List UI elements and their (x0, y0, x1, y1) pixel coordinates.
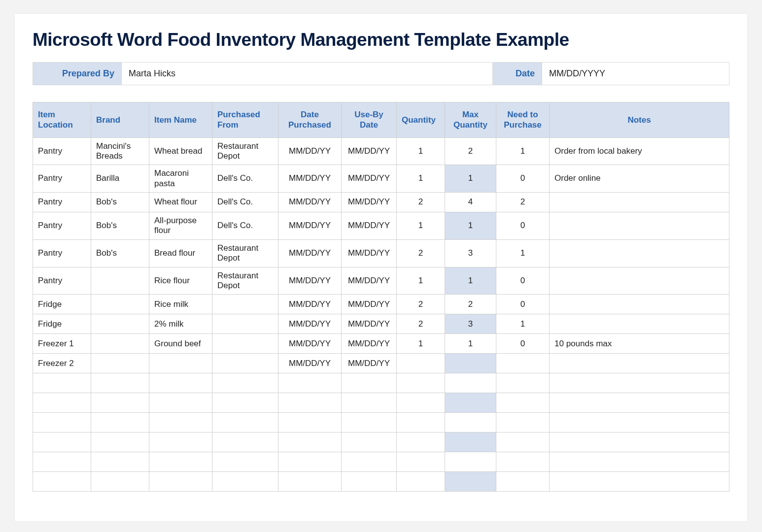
cell-quantity[interactable] (397, 373, 445, 393)
cell-date-purchased[interactable]: MM/DD/YY (278, 193, 342, 212)
cell-notes[interactable] (550, 373, 729, 393)
cell-location[interactable]: Freezer 1 (33, 334, 91, 354)
cell-use-by[interactable]: MM/DD/YY (342, 267, 397, 295)
cell-item[interactable]: Ground beef (149, 334, 212, 354)
cell-vendor[interactable] (212, 452, 278, 472)
cell-location[interactable] (33, 373, 91, 393)
cell-vendor[interactable]: Restaurant Depot (212, 267, 278, 295)
cell-max[interactable]: 1 (445, 267, 496, 295)
cell-need[interactable]: 1 (496, 239, 550, 267)
cell-location[interactable]: Pantry (33, 193, 91, 212)
cell-quantity[interactable]: 2 (397, 193, 445, 212)
cell-notes[interactable] (550, 295, 729, 314)
cell-brand[interactable] (91, 295, 149, 314)
cell-location[interactable]: Fridge (33, 295, 91, 314)
cell-notes[interactable]: Order online (550, 165, 729, 193)
cell-brand[interactable] (91, 413, 149, 432)
cell-quantity[interactable] (397, 354, 445, 373)
cell-vendor[interactable] (212, 393, 278, 413)
cell-vendor[interactable]: Restaurant Depot (212, 137, 278, 165)
cell-date-purchased[interactable]: MM/DD/YY (278, 295, 342, 314)
cell-item[interactable] (149, 373, 212, 393)
cell-need[interactable]: 0 (496, 212, 550, 240)
cell-vendor[interactable] (212, 295, 278, 314)
cell-max[interactable]: 1 (445, 212, 496, 240)
date-value[interactable]: MM/DD/YYYY (542, 63, 729, 85)
cell-need[interactable]: 0 (496, 165, 550, 193)
cell-notes[interactable] (550, 432, 729, 452)
cell-date-purchased[interactable] (278, 393, 342, 413)
cell-brand[interactable] (91, 354, 149, 373)
cell-quantity[interactable] (397, 452, 445, 472)
cell-location[interactable]: Pantry (33, 267, 91, 295)
cell-need[interactable] (496, 472, 550, 492)
cell-quantity[interactable]: 1 (397, 165, 445, 193)
cell-use-by[interactable] (342, 413, 397, 432)
cell-item[interactable] (149, 413, 212, 432)
cell-brand[interactable]: Barilla (91, 165, 149, 193)
cell-location[interactable] (33, 432, 91, 452)
cell-quantity[interactable] (397, 413, 445, 432)
cell-item[interactable] (149, 452, 212, 472)
cell-use-by[interactable] (342, 393, 397, 413)
cell-quantity[interactable] (397, 393, 445, 413)
cell-item[interactable]: Macaroni pasta (149, 165, 212, 193)
cell-item[interactable]: Bread flour (149, 239, 212, 267)
cell-use-by[interactable] (342, 432, 397, 452)
cell-item[interactable]: 2% milk (149, 314, 212, 334)
cell-notes[interactable] (550, 212, 729, 240)
cell-need[interactable] (496, 354, 550, 373)
cell-notes[interactable]: 10 pounds max (550, 334, 729, 354)
cell-notes[interactable] (550, 452, 729, 472)
cell-brand[interactable] (91, 314, 149, 334)
cell-quantity[interactable] (397, 432, 445, 452)
cell-use-by[interactable] (342, 452, 397, 472)
cell-location[interactable]: Pantry (33, 239, 91, 267)
cell-date-purchased[interactable]: MM/DD/YY (278, 314, 342, 334)
cell-brand[interactable] (91, 334, 149, 354)
cell-notes[interactable] (550, 193, 729, 212)
cell-need[interactable] (496, 393, 550, 413)
cell-max[interactable]: 4 (445, 193, 496, 212)
cell-use-by[interactable]: MM/DD/YY (342, 193, 397, 212)
cell-item[interactable] (149, 432, 212, 452)
cell-brand[interactable] (91, 432, 149, 452)
cell-item[interactable]: Rice flour (149, 267, 212, 295)
cell-max[interactable]: 3 (445, 314, 496, 334)
cell-max[interactable] (445, 373, 496, 393)
cell-max[interactable] (445, 452, 496, 472)
cell-need[interactable] (496, 432, 550, 452)
cell-notes[interactable] (550, 472, 729, 492)
prepared-by-value[interactable]: Marta Hicks (122, 63, 493, 85)
cell-need[interactable] (496, 373, 550, 393)
cell-quantity[interactable] (397, 472, 445, 492)
cell-date-purchased[interactable] (278, 373, 342, 393)
cell-notes[interactable]: Order from local bakery (550, 137, 729, 165)
cell-location[interactable]: Freezer 2 (33, 354, 91, 373)
cell-use-by[interactable]: MM/DD/YY (342, 295, 397, 314)
cell-location[interactable]: Fridge (33, 314, 91, 334)
cell-location[interactable] (33, 472, 91, 492)
cell-max[interactable] (445, 354, 496, 373)
cell-quantity[interactable]: 2 (397, 314, 445, 334)
cell-item[interactable] (149, 393, 212, 413)
cell-location[interactable]: Pantry (33, 137, 91, 165)
cell-date-purchased[interactable] (278, 413, 342, 432)
cell-notes[interactable] (550, 314, 729, 334)
cell-quantity[interactable]: 2 (397, 295, 445, 314)
cell-quantity[interactable]: 1 (397, 137, 445, 165)
cell-notes[interactable] (550, 267, 729, 295)
cell-notes[interactable] (550, 393, 729, 413)
cell-quantity[interactable]: 1 (397, 267, 445, 295)
cell-need[interactable]: 1 (496, 314, 550, 334)
cell-use-by[interactable]: MM/DD/YY (342, 354, 397, 373)
cell-use-by[interactable] (342, 373, 397, 393)
cell-date-purchased[interactable] (278, 472, 342, 492)
cell-vendor[interactable] (212, 314, 278, 334)
cell-use-by[interactable] (342, 472, 397, 492)
cell-need[interactable]: 0 (496, 267, 550, 295)
cell-item[interactable]: Wheat bread (149, 137, 212, 165)
cell-item[interactable]: Rice milk (149, 295, 212, 314)
cell-date-purchased[interactable]: MM/DD/YY (278, 212, 342, 240)
cell-vendor[interactable] (212, 432, 278, 452)
